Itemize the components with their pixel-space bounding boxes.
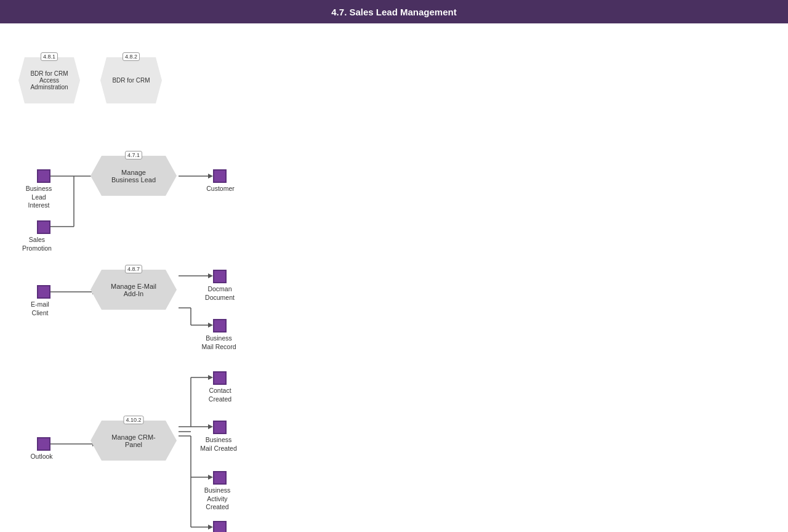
event-business-lead-interest bbox=[37, 169, 50, 183]
hex-label-482: BDR for CRM bbox=[109, 74, 153, 87]
event-contact-created bbox=[213, 371, 227, 385]
event-outlook bbox=[37, 437, 50, 451]
label-contact-created: ContactCreated bbox=[197, 387, 243, 403]
event-business-mail-record bbox=[213, 319, 227, 332]
hex-bdr-crm-access: 4.8.1 BDR for CRMAccessAdminstration bbox=[18, 57, 80, 103]
process-label-471: ManageBusiness Lead bbox=[111, 169, 156, 183]
event-sales-promotion bbox=[37, 220, 50, 234]
svg-marker-27 bbox=[208, 475, 213, 480]
label-customer: Customer bbox=[202, 185, 239, 193]
process-badge-471: 4.7.1 bbox=[125, 151, 142, 159]
label-docman-document: DocmanDocument bbox=[198, 285, 241, 302]
hex-badge-482: 4.8.2 bbox=[123, 52, 140, 61]
header-title: 4.7. Sales Lead Management bbox=[331, 7, 456, 17]
event-docman-document bbox=[213, 270, 227, 283]
event-business-activity-created bbox=[213, 471, 227, 485]
svg-marker-9 bbox=[208, 273, 213, 278]
svg-marker-5 bbox=[208, 174, 213, 179]
process-manage-crm-panel: 4.10.2 Manage CRM-Panel bbox=[90, 421, 177, 461]
process-label-4102: Manage CRM-Panel bbox=[111, 433, 156, 448]
label-business-lead-interest: BusinessLeadInterest bbox=[11, 185, 66, 210]
label-business-mail-created: BusinessMail Created bbox=[194, 436, 243, 453]
process-manage-email-addon: 4.8.7 Manage E-MailAdd-In bbox=[90, 270, 177, 310]
label-sales-promotion: SalesPromotion bbox=[18, 236, 55, 252]
label-email-client: E-mailClient bbox=[22, 300, 58, 317]
event-business-opportunity-created bbox=[213, 521, 227, 532]
event-email-client bbox=[37, 285, 50, 299]
label-business-mail-record: BusinessMail Record bbox=[196, 334, 242, 351]
process-label-487: Manage E-MailAdd-In bbox=[111, 283, 156, 297]
event-customer bbox=[213, 169, 227, 183]
svg-marker-23 bbox=[208, 424, 213, 429]
diagram-area: 4.8.1 BDR for CRMAccessAdminstration 4.8… bbox=[0, 23, 788, 532]
process-manage-business-lead: 4.7.1 ManageBusiness Lead bbox=[90, 156, 177, 196]
hex-bdr-crm: 4.8.2 BDR for CRM bbox=[100, 57, 162, 103]
svg-marker-13 bbox=[208, 323, 213, 328]
hex-label-481: BDR for CRMAccessAdminstration bbox=[27, 67, 71, 94]
label-outlook: Outlook bbox=[25, 453, 58, 461]
process-badge-487: 4.8.7 bbox=[125, 265, 142, 273]
svg-marker-19 bbox=[208, 375, 213, 380]
svg-marker-30 bbox=[208, 525, 213, 530]
hex-badge-481: 4.8.1 bbox=[41, 52, 58, 61]
event-business-mail-created bbox=[213, 421, 227, 434]
label-business-activity-created: BusinessActivityCreated bbox=[193, 486, 242, 512]
process-badge-4102: 4.10.2 bbox=[123, 416, 143, 424]
page-header: 4.7. Sales Lead Management bbox=[0, 0, 788, 23]
